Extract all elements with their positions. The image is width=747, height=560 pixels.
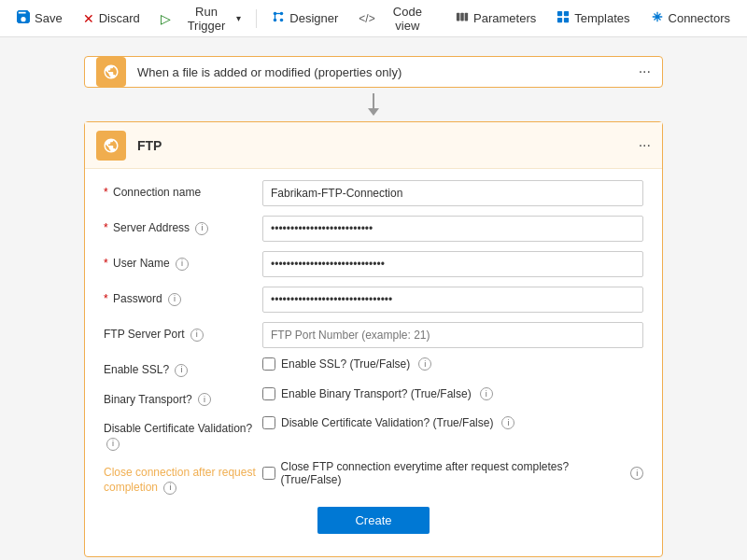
svg-rect-7	[460, 13, 464, 21]
ftp-block: FTP ··· * Connection name * Server Addre…	[84, 121, 663, 557]
connection-name-row: * Connection name	[104, 180, 643, 206]
svg-rect-11	[557, 18, 562, 22]
server-address-row: * Server Address i	[104, 216, 643, 242]
password-input[interactable]	[262, 287, 643, 313]
binary-transport-info-icon[interactable]: i	[198, 393, 211, 406]
disable-cert-checkbox-info-icon[interactable]: i	[501, 416, 514, 429]
svg-rect-6	[457, 13, 460, 21]
enable-ssl-row: Enable SSL? i Enable SSL? (True/False) i	[104, 357, 643, 378]
ftp-port-info-icon[interactable]: i	[190, 329, 204, 342]
run-dropdown-arrow: ▾	[236, 13, 241, 23]
enable-ssl-checkbox-info-icon[interactable]: i	[418, 357, 431, 371]
discard-icon: ✕	[83, 11, 94, 26]
trigger-more-button[interactable]: ···	[635, 60, 655, 84]
code-icon: </>	[359, 12, 374, 25]
binary-transport-checkbox-info-icon[interactable]: i	[480, 387, 493, 400]
trigger-icon-bg	[96, 57, 126, 87]
ftp-title: FTP	[137, 138, 162, 153]
svg-rect-12	[564, 18, 569, 22]
enable-ssl-label: Enable SSL? i	[104, 357, 262, 378]
ftp-icon-bg	[96, 131, 126, 161]
server-address-label: * Server Address i	[104, 216, 262, 236]
ftp-port-row: FTP Server Port i	[104, 322, 643, 348]
binary-transport-row: Binary Transport? i Enable Binary Transp…	[104, 387, 643, 408]
ftp-more-button[interactable]: ···	[635, 133, 655, 158]
username-input[interactable]	[262, 251, 643, 277]
close-conn-row: Close connection after request completio…	[104, 460, 643, 495]
disable-cert-row: Disable Certificate Validation? i Disabl…	[104, 416, 643, 451]
run-trigger-button[interactable]: ▷ Run Trigger ▾	[151, 1, 251, 36]
designer-icon	[272, 10, 285, 26]
username-row: * User Name i	[104, 251, 643, 277]
binary-transport-checkbox-row: Enable Binary Transport? (True/False) i	[262, 387, 643, 400]
parameters-button[interactable]: Parameters	[446, 7, 545, 30]
connectors-icon	[651, 10, 664, 26]
connectors-button[interactable]: Connectors	[641, 7, 740, 30]
code-view-button[interactable]: </> Code view	[349, 1, 444, 36]
enable-ssl-checkbox-row: Enable SSL? (True/False) i	[262, 357, 643, 371]
binary-transport-label: Binary Transport? i	[104, 387, 262, 408]
svg-rect-8	[465, 13, 469, 21]
close-conn-checkbox-row: Close FTP connection everytime after req…	[262, 460, 643, 486]
close-conn-info-icon[interactable]: i	[163, 482, 176, 495]
enable-ssl-info-icon[interactable]: i	[175, 364, 188, 377]
username-info-icon[interactable]: i	[176, 258, 189, 271]
disable-cert-checkbox-label: Disable Certificate Validation? (True/Fa…	[281, 416, 493, 429]
password-label: * Password i	[104, 287, 262, 307]
close-conn-checkbox[interactable]	[262, 467, 275, 480]
disable-cert-info-icon[interactable]: i	[106, 438, 120, 451]
close-conn-checkbox-label: Close FTP connection everytime after req…	[281, 460, 623, 486]
save-button[interactable]: Save	[7, 7, 72, 30]
close-conn-checkbox-info-icon[interactable]: i	[630, 467, 643, 480]
toolbar: Save ✕ Discard ▷ Run Trigger ▾ Designer …	[0, 0, 747, 37]
ftp-port-label: FTP Server Port i	[104, 322, 262, 343]
templates-icon	[557, 10, 570, 26]
connection-name-input[interactable]	[262, 180, 643, 206]
ftp-header: FTP ···	[85, 122, 662, 169]
discard-button[interactable]: ✕ Discard	[74, 7, 149, 30]
params-icon	[456, 10, 469, 26]
create-button-row: Create	[104, 507, 643, 541]
binary-transport-checkbox[interactable]	[262, 387, 275, 400]
close-conn-label: Close connection after request completio…	[104, 460, 262, 495]
svg-point-3	[280, 19, 284, 22]
svg-rect-9	[557, 11, 562, 16]
trigger-title: When a file is added or modified (proper…	[137, 65, 651, 79]
username-label: * User Name i	[104, 251, 262, 272]
globe-icon	[103, 63, 120, 80]
ftp-form: * Connection name * Server Address i * U…	[85, 169, 662, 556]
trigger-block: When a file is added or modified (proper…	[84, 56, 663, 88]
enable-ssl-checkbox-label: Enable SSL? (True/False)	[281, 357, 410, 371]
divider	[256, 9, 257, 28]
server-address-input[interactable]	[262, 216, 643, 242]
password-row: * Password i	[104, 287, 643, 313]
disable-cert-checkbox-row: Disable Certificate Validation? (True/Fa…	[262, 416, 643, 429]
templates-button[interactable]: Templates	[547, 7, 639, 30]
create-button[interactable]: Create	[317, 507, 429, 534]
connection-name-label: * Connection name	[104, 180, 262, 201]
arrow-line	[373, 93, 374, 108]
ftp-globe-icon	[103, 137, 120, 154]
arrow-head	[368, 108, 379, 116]
binary-transport-checkbox-label: Enable Binary Transport? (True/False)	[281, 387, 472, 400]
password-info-icon[interactable]: i	[168, 293, 181, 306]
save-icon	[17, 10, 30, 26]
enable-ssl-checkbox[interactable]	[262, 357, 275, 371]
designer-button[interactable]: Designer	[262, 7, 347, 30]
svg-rect-10	[564, 11, 569, 16]
flow-arrow	[368, 93, 379, 116]
run-icon: ▷	[161, 11, 171, 26]
server-address-info-icon[interactable]: i	[195, 222, 208, 235]
ftp-port-input[interactable]	[262, 322, 643, 348]
disable-cert-checkbox[interactable]	[262, 416, 275, 429]
main-content: When a file is added or modified (proper…	[0, 37, 747, 560]
disable-cert-label: Disable Certificate Validation? i	[104, 416, 262, 451]
